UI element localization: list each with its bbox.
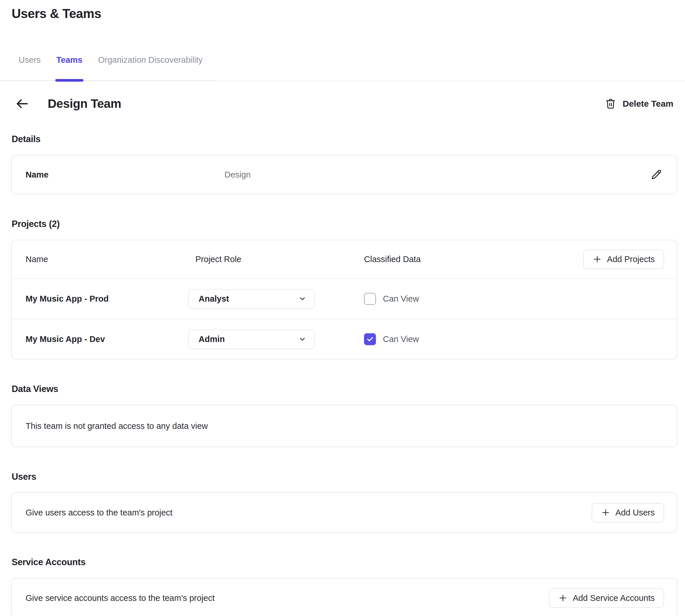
add-users-label: Add Users [616,508,655,518]
name-label: Name [26,170,224,180]
add-service-accounts-label: Add Service Accounts [573,593,655,603]
arrow-left-icon [15,96,30,111]
projects-table-header: Name Project Role Classified Data Add Pr… [12,240,677,279]
edit-name-button[interactable] [648,167,664,182]
can-view-label: Can View [383,294,419,304]
projects-table: Name Project Role Classified Data Add Pr… [11,240,678,359]
project-name: My Music App - Dev [26,334,188,344]
classified-data-cell: Can View [364,293,664,305]
service-accounts-empty-text: Give service accounts access to the team… [26,593,215,603]
data-views-card: This team is not granted access to any d… [11,405,678,447]
service-accounts-heading: Service Accounts [12,557,685,568]
pencil-icon [650,168,663,181]
tab-users[interactable]: Users [19,55,41,81]
users-teams-page: Users & Teams Users Teams Organization D… [0,0,685,616]
users-empty-text: Give users access to the team's project [26,508,172,518]
delete-team-button[interactable]: Delete Team [604,97,673,110]
add-service-accounts-button[interactable]: Add Service Accounts [549,588,664,608]
plus-icon [593,255,602,264]
can-view-label: Can View [383,334,419,344]
trash-icon [604,97,617,110]
data-views-heading: Data Views [12,384,685,394]
data-views-empty-text: This team is not granted access to any d… [26,421,208,431]
plus-icon [558,593,568,603]
delete-team-label: Delete Team [622,99,673,109]
project-name: My Music App - Prod [26,294,188,304]
users-heading: Users [12,471,685,482]
name-value: Design [224,170,648,180]
plus-icon [601,508,610,517]
details-card: Name Design [11,155,678,194]
tab-bar: Users Teams Organization Discoverability [0,55,685,81]
classified-data-cell: Can View [364,333,664,345]
add-users-button[interactable]: Add Users [592,503,664,523]
details-heading: Details [12,134,685,145]
add-projects-button[interactable]: Add Projects [583,249,664,269]
check-icon [366,295,374,303]
team-header: Design Team Delete Team [12,95,673,112]
column-project-role: Project Role [195,255,364,264]
users-card: Give users access to the team's project … [11,492,678,533]
column-classified-data: Classified Data [364,255,583,264]
add-projects-label: Add Projects [607,255,655,264]
service-accounts-card: Give service accounts access to the team… [11,578,678,616]
tab-teams[interactable]: Teams [57,55,83,81]
project-role-select[interactable]: Admin [188,330,315,349]
can-view-checkbox[interactable] [364,333,376,345]
project-row: My Music App - Prod Analyst [12,279,677,319]
chevron-down-icon [298,294,307,303]
page-title: Users & Teams [12,6,685,21]
column-name: Name [26,255,195,264]
project-role-value: Analyst [198,294,229,304]
project-row: My Music App - Dev Admin [12,319,677,359]
tab-organization-discoverability[interactable]: Organization Discoverability [98,55,202,81]
team-title: Design Team [48,97,121,111]
check-icon [366,335,374,343]
can-view-checkbox[interactable] [364,293,376,305]
chevron-down-icon [298,335,307,344]
project-role-value: Admin [198,334,225,344]
project-role-select[interactable]: Analyst [188,289,315,309]
back-button[interactable] [13,95,31,112]
projects-heading: Projects (2) [12,219,685,229]
